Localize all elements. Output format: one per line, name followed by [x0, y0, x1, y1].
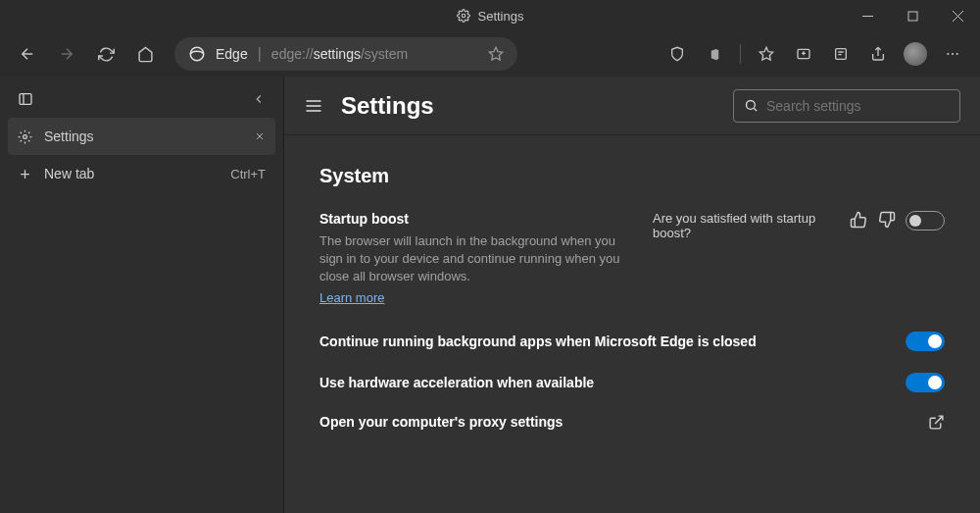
reading-list-icon[interactable]	[823, 36, 858, 72]
tab-label: Settings	[44, 128, 94, 144]
hardware-accel-label: Use hardware acceleration when available	[319, 375, 594, 390]
window-title: Settings	[478, 9, 524, 24]
back-button[interactable]	[10, 36, 45, 72]
more-button[interactable]	[935, 36, 970, 72]
address-bar[interactable]: Edge | edge://settings/system	[174, 37, 517, 71]
close-button[interactable]	[935, 0, 980, 31]
refresh-button[interactable]	[88, 36, 123, 72]
svg-point-2	[190, 47, 204, 61]
page-title: Settings	[341, 92, 434, 120]
thumbs-up-button[interactable]	[850, 211, 867, 231]
favorites-icon[interactable]	[749, 36, 784, 72]
profile-avatar[interactable]	[904, 42, 927, 66]
titlebar: Settings	[0, 0, 980, 31]
shield-icon[interactable]	[660, 36, 695, 72]
panel-icon[interactable]	[18, 91, 33, 107]
collapse-sidebar-button[interactable]	[252, 92, 266, 106]
vertical-tabs-sidebar: Settings New tab Ctrl+T	[0, 77, 284, 513]
brand-label: Edge	[216, 46, 248, 62]
office-icon[interactable]	[697, 36, 732, 72]
section-title: System	[319, 165, 945, 187]
new-tab-label: New tab	[44, 166, 94, 181]
svg-rect-8	[20, 94, 31, 105]
tab-settings[interactable]: Settings	[8, 118, 275, 155]
browser-toolbar: Edge | edge://settings/system	[0, 31, 980, 77]
close-tab-button[interactable]	[254, 130, 266, 142]
svg-rect-1	[908, 12, 917, 21]
setting-proxy: Open your computer's proxy settings	[319, 414, 945, 431]
toolbar-divider	[740, 44, 741, 64]
background-apps-toggle[interactable]	[906, 332, 945, 351]
edge-logo-icon	[188, 45, 206, 63]
home-button[interactable]	[127, 36, 163, 72]
startup-boost-label: Startup boost	[319, 211, 633, 227]
svg-point-9	[24, 134, 27, 138]
new-tab-shortcut: Ctrl+T	[230, 167, 266, 181]
new-tab-button[interactable]: New tab Ctrl+T	[8, 155, 275, 192]
learn-more-link[interactable]: Learn more	[319, 290, 384, 305]
svg-point-5	[947, 53, 949, 55]
share-icon[interactable]	[860, 36, 896, 72]
setting-hardware-accel: Use hardware acceleration when available	[319, 373, 945, 392]
svg-point-7	[956, 53, 958, 55]
search-icon	[744, 98, 759, 113]
plus-icon	[18, 167, 32, 181]
gear-icon	[457, 9, 470, 23]
feedback-question: Are you satisfied with startup boost?	[653, 211, 840, 240]
hardware-accel-toggle[interactable]	[906, 373, 945, 392]
open-proxy-button[interactable]	[928, 414, 945, 431]
sidebar-header-row	[8, 80, 275, 118]
proxy-label: Open your computer's proxy settings	[319, 414, 563, 430]
startup-boost-toggle[interactable]	[906, 211, 945, 231]
maximize-button[interactable]	[890, 0, 935, 31]
collections-icon[interactable]	[786, 36, 821, 72]
setting-background-apps: Continue running background apps when Mi…	[319, 332, 945, 351]
thumbs-down-button[interactable]	[878, 211, 896, 231]
search-input[interactable]	[766, 98, 950, 114]
startup-boost-desc: The browser will launch in the backgroun…	[319, 232, 633, 286]
menu-button[interactable]	[304, 96, 323, 116]
favorite-icon[interactable]	[488, 46, 504, 62]
settings-search[interactable]	[733, 89, 960, 123]
url-text: edge://settings/system	[271, 46, 478, 62]
forward-button[interactable]	[49, 36, 84, 72]
svg-point-6	[952, 53, 954, 55]
address-separator: |	[258, 45, 262, 63]
svg-point-10	[747, 101, 756, 110]
svg-point-0	[462, 14, 466, 18]
setting-startup-boost: Startup boost The browser will launch in…	[319, 211, 945, 306]
minimize-button[interactable]	[845, 0, 890, 31]
settings-page: Settings System Startup boost The browse…	[284, 77, 980, 513]
background-apps-label: Continue running background apps when Mi…	[319, 333, 757, 349]
gear-icon	[18, 129, 32, 144]
